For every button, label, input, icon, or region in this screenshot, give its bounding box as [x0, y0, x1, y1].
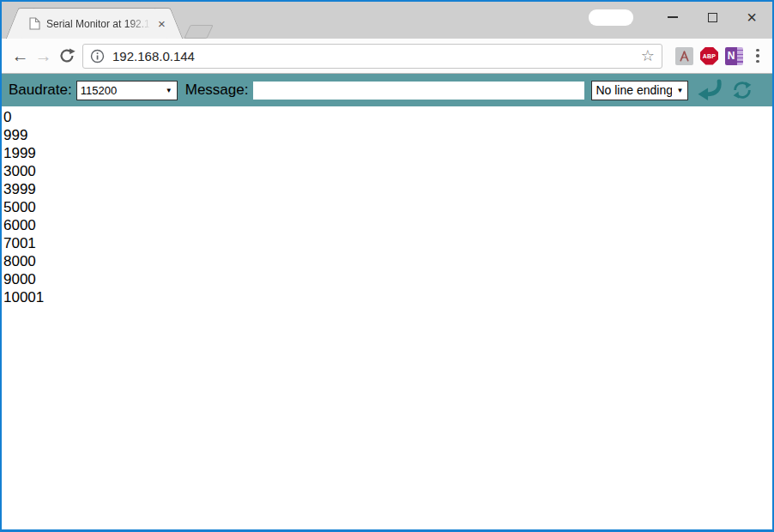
forward-button[interactable]: →: [32, 47, 55, 64]
baudrate-select-control[interactable]: 115200: [77, 82, 177, 100]
onenote-notebook-edge: [737, 47, 743, 65]
send-arrow-icon: [696, 79, 723, 102]
serial-line: 3999: [3, 180, 772, 198]
bookmark-star-icon[interactable]: ☆: [641, 48, 655, 63]
redacted-profile-name: [589, 9, 633, 26]
url-text[interactable]: 192.168.0.144: [112, 49, 641, 63]
line-ending-select-control[interactable]: No line ending: [592, 82, 687, 100]
serial-output: 0999199930003999500060007001800090001000…: [2, 106, 772, 530]
close-icon: ×: [747, 9, 757, 26]
onenote-extension-icon[interactable]: N: [725, 47, 743, 65]
serial-line: 10001: [3, 288, 772, 306]
refresh-icon: [730, 79, 754, 101]
tab-title: Serial Monitor at 192.16: [46, 18, 153, 30]
adblock-plus-extension-icon[interactable]: ABP: [700, 47, 718, 65]
tab-close-icon[interactable]: ×: [154, 15, 169, 32]
serial-line: 5000: [3, 198, 772, 216]
serial-line: 1999: [3, 144, 772, 162]
baudrate-label: Baudrate:: [9, 82, 72, 99]
new-tab-button[interactable]: [184, 25, 213, 39]
reload-icon: [57, 46, 76, 65]
serial-line: 3000: [3, 162, 772, 180]
window-controls: ×: [589, 6, 765, 28]
serial-line: 0: [3, 108, 772, 126]
send-button[interactable]: [696, 79, 723, 102]
close-window-button[interactable]: ×: [738, 6, 765, 28]
message-input[interactable]: [253, 82, 584, 100]
browser-navbar: ← → 192.168.0.144 ☆: [2, 39, 772, 74]
window-titlebar: Serial Monitor at 192.16 × ×: [2, 2, 772, 39]
message-label: Message:: [185, 82, 249, 99]
page-document-icon: [29, 17, 40, 30]
minimize-button[interactable]: [659, 6, 686, 28]
reload-button[interactable]: [55, 45, 78, 67]
browser-tab[interactable]: Serial Monitor at 192.16 ×: [22, 8, 166, 39]
refresh-button[interactable]: [730, 79, 754, 101]
address-bar[interactable]: 192.168.0.144 ☆: [82, 44, 662, 69]
serial-line: 7001: [3, 234, 772, 252]
serial-line: 999: [3, 126, 772, 144]
maximize-button[interactable]: [698, 6, 726, 28]
minimize-icon: [668, 16, 678, 18]
browser-menu-button[interactable]: [750, 49, 765, 63]
browser-window: Serial Monitor at 192.16 × × ← →: [0, 0, 774, 532]
line-ending-select[interactable]: No line ending ▼: [591, 81, 688, 100]
serial-line: 6000: [3, 216, 772, 234]
serial-line: 9000: [3, 270, 772, 288]
adobe-acrobat-extension-icon[interactable]: [675, 47, 693, 65]
maximize-icon: [708, 13, 717, 22]
baudrate-select[interactable]: 115200 ▼: [76, 81, 178, 100]
onenote-letter: N: [725, 47, 737, 65]
serial-line: 8000: [3, 252, 772, 270]
serial-toolbar: Baudrate: 115200 ▼ Message: No line endi…: [2, 74, 772, 106]
back-button[interactable]: ←: [9, 47, 32, 64]
page-info-icon[interactable]: [90, 49, 105, 63]
